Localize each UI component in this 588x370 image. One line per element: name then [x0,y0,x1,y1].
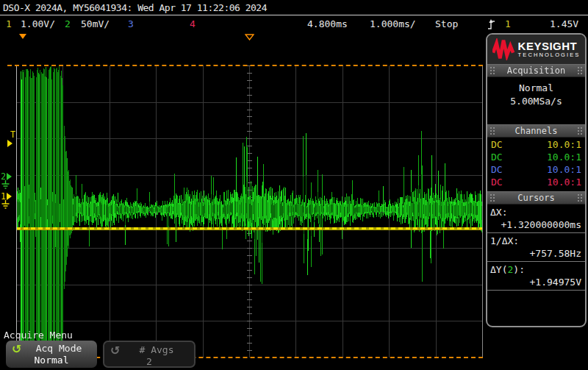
graticule-and-traces [16,65,482,357]
acq-mode-value: Normal [487,82,585,93]
acq-mode-softkey[interactable]: ↺ Acq Mode Normal [6,341,97,368]
channels-header-label: Channels [495,126,577,136]
status-bar: 1 1.00V/ 2 50mV/ 3 4 4.800ms 1.000ms/ St… [0,16,588,32]
keysight-spark-icon [492,38,514,60]
oscilloscope-screen: DSO-X 2024A, MY56041934: Wed Apr 17 11:2… [0,0,588,370]
logo-line1: KEYSIGHT [518,40,581,51]
cursors-header-label: Cursors [495,193,577,203]
sample-rate-value: 5.00MSa/s [487,96,585,107]
grip-icon [490,127,495,135]
ch2-scale[interactable]: 50mV/ [81,18,110,29]
grip-icon [490,66,495,75]
trigger-level-label: T [10,129,15,140]
plot-edge-left [16,66,17,357]
trigger-level[interactable]: 1.45V [550,18,578,29]
ch1-coupling: DC [491,139,503,152]
cursor-inv-dx-value: +757.58Hz [487,246,585,261]
channels-info: DC 10.0:1 DC 10.0:1 DC 10.0:1 DC 10.0:1 [487,138,585,191]
softkey-value: 2 [104,356,194,367]
trigger-level-marker[interactable] [7,140,12,147]
ch4-info-row: DC 10.0:1 [487,177,585,189]
ch3-number[interactable]: 3 [128,18,134,29]
trigger-source[interactable]: 1 [505,18,511,29]
plot-edge-right [482,66,483,357]
ch2-info-row: DC 10.0:1 [487,152,585,164]
ch1-scale[interactable]: 1.00V/ [21,18,55,29]
cursor-inv-dx-label: 1/ΔX: [487,233,585,246]
cursor-dx-value: +1.320000000ms [487,218,585,232]
cursor-dy-value: +1.94975V [487,275,585,290]
acquisition-header[interactable]: Acquisition [487,64,585,77]
delay-readout[interactable]: 4.800ms [307,18,348,29]
acquisition-header-label: Acquisition [495,65,577,76]
plot-border-top [7,65,483,66]
keysight-logo: KEYSIGHT TECHNOLOGIES [487,35,585,64]
acquisition-info: Normal 5.00MSa/s [487,77,585,124]
grip-icon [577,66,583,75]
ch4-probe-ratio: 10.0:1 [547,177,581,189]
ch1-probe-ratio: 10.0:1 [547,139,581,152]
info-panel: KEYSIGHT TECHNOLOGIES Acquisition Normal… [486,33,587,327]
instrument-title: DSO-X 2024A, MY56041934: Wed Apr 17 11:2… [3,2,267,13]
waveform-display: T 2 1 [0,32,485,327]
ch1-info-row: DC 10.0:1 [487,139,585,152]
cursors-header[interactable]: Cursors [487,191,585,204]
menu-title: Acquire Menu [4,330,73,341]
ch1-ref-marker[interactable] [7,193,12,200]
delay-reference-marker[interactable] [245,34,254,40]
timebase-readout[interactable]: 1.000ms/ [370,18,416,29]
ch3-info-row: DC 10.0:1 [487,164,585,177]
ch3-coupling: DC [491,164,503,177]
ch2-number[interactable]: 2 [65,18,71,29]
grip-icon [577,193,583,202]
logo-line2: TECHNOLOGIES [518,51,581,58]
avgs-softkey[interactable]: ↺ # Avgs 2 [103,341,196,368]
run-state[interactable]: Stop [435,18,458,29]
ch4-number[interactable]: 4 [190,18,196,29]
grip-icon [577,127,583,135]
divider [487,290,585,291]
ch1-ground-icon [1,200,10,209]
softkey-value: Normal [6,355,97,366]
cursors-info: ΔX: +1.320000000ms 1/ΔX: +757.58Hz ΔY(2)… [487,204,585,291]
rising-edge-trigger-icon[interactable] [487,19,495,32]
trigger-time-marker[interactable] [19,34,26,39]
softkey-label: Acq Mode [24,343,94,354]
title-bar: DSO-X 2024A, MY56041934: Wed Apr 17 11:2… [0,0,588,15]
channels-header[interactable]: Channels [487,124,585,138]
grip-icon [490,193,495,202]
ch4-coupling: DC [491,177,503,189]
ch2-probe-ratio: 10.0:1 [547,152,581,164]
cursor-dy-label: ΔY(2): [487,262,585,275]
ch2-ground-icon [1,180,10,189]
ch1-number[interactable]: 1 [6,18,12,29]
softkey-label: # Avgs [122,344,191,355]
cursor-dx-label: ΔX: [487,204,585,218]
ch2-coupling: DC [491,152,503,164]
ch2-ref-marker[interactable] [7,173,12,180]
ch3-probe-ratio: 10.0:1 [547,164,581,177]
